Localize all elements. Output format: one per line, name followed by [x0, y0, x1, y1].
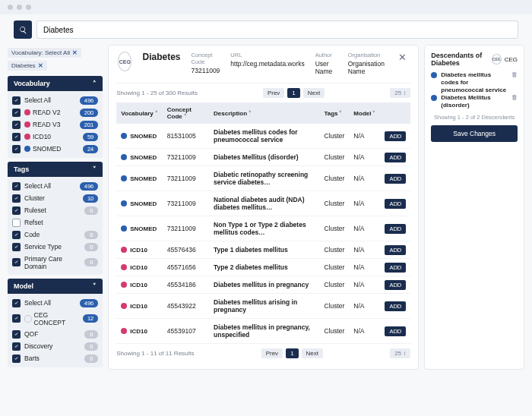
- checkbox[interactable]: [12, 109, 21, 117]
- add-button[interactable]: ADD: [385, 301, 406, 311]
- ceg-logo-icon: CEG: [118, 52, 131, 71]
- checkbox[interactable]: [12, 330, 21, 339]
- next-button[interactable]: Next: [303, 88, 325, 98]
- add-button[interactable]: ADD: [385, 280, 406, 290]
- prev-button[interactable]: Prev: [261, 348, 283, 358]
- filter-option[interactable]: Select All 496: [12, 180, 98, 192]
- add-button[interactable]: ADD: [385, 224, 406, 234]
- filter-option[interactable]: Discovery 0: [12, 340, 98, 352]
- trash-icon[interactable]: 🗑: [511, 94, 518, 102]
- add-button[interactable]: ADD: [385, 263, 406, 273]
- filter-chip[interactable]: Vocabulary: Select All✕: [8, 48, 81, 58]
- checkbox[interactable]: [12, 231, 21, 239]
- chevron-down-icon: ˅: [93, 165, 97, 173]
- checkbox[interactable]: [12, 342, 21, 351]
- filter-option[interactable]: ICD10 59: [12, 131, 98, 143]
- option-label: Select All: [24, 299, 76, 307]
- col-tags[interactable]: Tags˅: [319, 102, 349, 124]
- vocab-cell[interactable]: ICD10: [121, 303, 158, 310]
- checkbox[interactable]: [12, 258, 21, 266]
- save-changes-button[interactable]: Save Changes: [431, 125, 518, 142]
- add-button[interactable]: ADD: [385, 245, 406, 255]
- filter-option[interactable]: CEG CONCEPT 12: [12, 309, 98, 328]
- add-button[interactable]: ADD: [385, 326, 406, 336]
- description-cell: Diabetes mellitus in pregnancy, unspecif…: [209, 319, 319, 344]
- vocab-cell[interactable]: ICD10: [121, 282, 158, 288]
- page-number[interactable]: 1: [287, 88, 299, 98]
- checkbox[interactable]: [12, 314, 21, 323]
- checkbox[interactable]: [12, 121, 21, 129]
- vocab-dot-icon: [121, 200, 127, 206]
- trash-icon[interactable]: 🗑: [511, 71, 518, 79]
- vocab-cell[interactable]: SNOMED: [121, 133, 158, 140]
- code-cell: 73211009: [163, 216, 209, 241]
- filter-option[interactable]: Primary Care Domain 0: [12, 253, 98, 272]
- vocab-dot-icon: [24, 134, 30, 140]
- url-value: http://ceg.metadata.works: [230, 60, 304, 68]
- count-badge: 496: [80, 182, 99, 191]
- col-concept-code[interactable]: Concept Code˅: [163, 102, 209, 124]
- filter-option[interactable]: READ V2 200: [12, 106, 98, 118]
- model-panel: Model ˅ Select All 496 CEG CONCEPT 12 QO…: [8, 279, 103, 367]
- filter-option[interactable]: Barts 0: [12, 352, 98, 364]
- vocab-cell[interactable]: ICD10: [121, 328, 158, 335]
- tags-cell: Cluster: [319, 124, 349, 149]
- close-button[interactable]: ✕: [396, 52, 409, 63]
- prev-button[interactable]: Prev: [263, 88, 284, 98]
- vocab-cell[interactable]: SNOMED: [121, 200, 158, 207]
- perpage-select[interactable]: 25 ↕: [390, 348, 410, 358]
- add-button[interactable]: ADD: [385, 131, 406, 141]
- next-button[interactable]: Next: [302, 348, 323, 358]
- window-dot[interactable]: [26, 5, 31, 10]
- filter-option[interactable]: Select All 496: [12, 297, 98, 309]
- filter-option[interactable]: SNOMED 24: [12, 143, 98, 155]
- checkbox[interactable]: [12, 299, 21, 307]
- close-icon[interactable]: ✕: [38, 62, 43, 69]
- filter-option[interactable]: Refset: [12, 216, 98, 228]
- model-header[interactable]: Model ˅: [8, 279, 103, 294]
- vocab-cell[interactable]: SNOMED: [121, 154, 158, 161]
- checkbox[interactable]: [12, 194, 21, 203]
- page-number[interactable]: 1: [286, 348, 298, 358]
- col-description[interactable]: Description˅: [209, 102, 319, 124]
- filter-option[interactable]: Code 0: [12, 228, 98, 241]
- vocab-cell[interactable]: SNOMED: [121, 175, 158, 182]
- checkbox[interactable]: [12, 355, 21, 363]
- window-dot[interactable]: [8, 5, 13, 10]
- option-label: CEG CONCEPT: [24, 311, 79, 326]
- description-cell: Diabetes Mellitus (disorder): [209, 149, 319, 166]
- concept-code-value: 73211009: [192, 67, 220, 74]
- add-button[interactable]: ADD: [385, 174, 406, 184]
- search-button[interactable]: [14, 20, 32, 39]
- filter-option[interactable]: QOF 0: [12, 328, 98, 340]
- filter-option[interactable]: Select All 496: [12, 94, 98, 106]
- vocabulary-header[interactable]: Vocabulary ˄: [8, 76, 103, 91]
- filter-option[interactable]: Ruleset 0: [12, 204, 98, 216]
- vocab-cell[interactable]: SNOMED: [121, 225, 158, 232]
- filter-option[interactable]: READ V3 201: [12, 118, 98, 131]
- checkbox[interactable]: [12, 145, 21, 153]
- close-icon[interactable]: ✕: [72, 49, 78, 56]
- checkbox[interactable]: [12, 206, 21, 215]
- add-button[interactable]: ADD: [385, 199, 406, 209]
- checkbox[interactable]: [12, 96, 21, 105]
- col-model[interactable]: Model˅: [349, 102, 380, 124]
- add-button[interactable]: ADD: [385, 153, 406, 162]
- filter-chip[interactable]: Diabetes✕: [8, 61, 47, 71]
- vocab-cell[interactable]: ICD10: [121, 247, 158, 254]
- filter-option[interactable]: Service Type 0: [12, 241, 98, 253]
- checkbox[interactable]: [12, 182, 21, 191]
- checkbox[interactable]: [12, 243, 21, 251]
- col-vocabulary[interactable]: Vocabulary˅: [116, 102, 163, 124]
- tags-cell: Cluster: [319, 216, 349, 241]
- vocab-cell[interactable]: ICD10: [121, 264, 158, 271]
- checkbox[interactable]: [12, 219, 21, 227]
- tags-cell: Cluster: [319, 166, 349, 191]
- window-dot[interactable]: [17, 5, 22, 10]
- search-input[interactable]: [36, 20, 518, 39]
- filter-option[interactable]: Cluster 10: [12, 192, 98, 204]
- tags-header[interactable]: Tags ˅: [8, 162, 103, 177]
- checkbox[interactable]: [12, 133, 21, 141]
- main-header: CEG Diabetes Concept Code 73211009 URL h…: [116, 52, 410, 84]
- perpage-select[interactable]: 25 ↕: [390, 88, 410, 98]
